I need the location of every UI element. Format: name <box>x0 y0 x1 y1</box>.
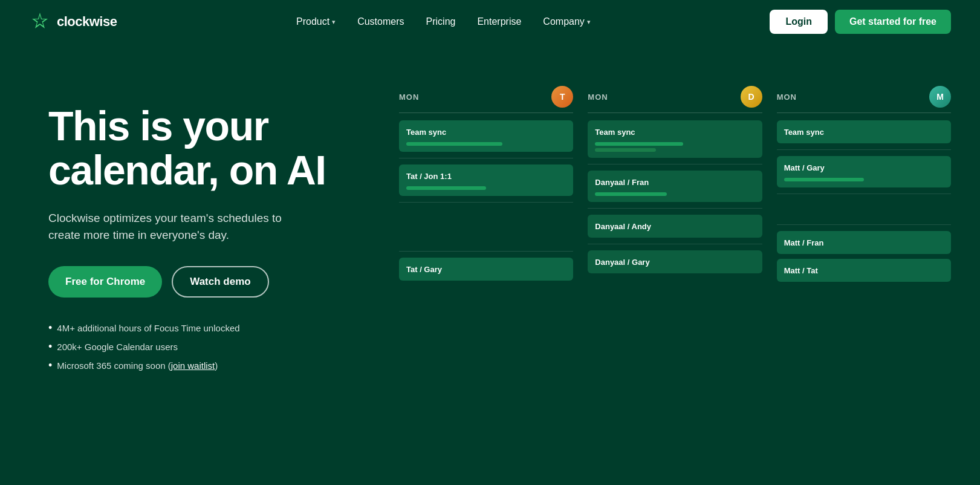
main-content: This is your calendar, on AI Clockwise o… <box>0 44 980 396</box>
event-label: Tat / Gary <box>406 265 442 274</box>
divider <box>588 244 762 244</box>
calendar-section: MON T Team sync Tat / Jon 1:1 Tat / Gary <box>399 80 951 285</box>
event-label: Tat / Jon 1:1 <box>406 172 452 181</box>
event-label: Team sync <box>595 128 635 137</box>
get-started-button[interactable]: Get started for free <box>835 10 951 34</box>
avatar-col3: M <box>929 86 951 108</box>
cal-event-team-sync-3: Team sync <box>777 120 951 143</box>
nav-enterprise[interactable]: Enterprise <box>469 11 530 32</box>
divider <box>588 164 762 164</box>
event-label: Matt / Gary <box>784 163 825 172</box>
cal-event-tat-gary: Tat / Gary <box>399 258 573 281</box>
divider <box>399 158 573 158</box>
logo[interactable]: clockwise <box>29 11 117 33</box>
divider <box>588 208 762 209</box>
cal-day-label-2: MON <box>588 93 608 102</box>
event-bar <box>595 192 667 196</box>
event-label: Matt / Fran <box>784 238 824 247</box>
nav-company[interactable]: Company ▾ <box>534 11 599 32</box>
nav-pricing[interactable]: Pricing <box>418 11 464 32</box>
event-bar <box>784 178 864 181</box>
cal-header-1: MON T <box>399 86 573 113</box>
company-chevron-icon: ▾ <box>587 18 591 26</box>
spacer <box>399 209 573 245</box>
cal-day-label-1: MON <box>399 93 419 102</box>
cal-event-matt-tat: Matt / Tat <box>777 259 951 282</box>
free-for-chrome-button[interactable]: Free for Chrome <box>48 266 162 298</box>
nav-links: Product ▾ Customers Pricing Enterprise C… <box>288 11 599 32</box>
watch-demo-button[interactable]: Watch demo <box>172 266 268 298</box>
nav-product[interactable]: Product ▾ <box>288 11 344 32</box>
event-sub-bar <box>595 148 655 152</box>
cal-event-team-sync-2: Team sync <box>588 120 762 158</box>
event-label: Danyaal / Gary <box>595 258 649 267</box>
clockwise-logo-icon <box>29 11 51 33</box>
cal-header-2: MON D <box>588 86 762 113</box>
hero-section: This is your calendar, on AI Clockwise o… <box>48 80 363 372</box>
cal-event-tat-jon: Tat / Jon 1:1 <box>399 164 573 196</box>
cal-day-label-3: MON <box>777 93 797 102</box>
cal-event-matt-fran: Matt / Fran <box>777 231 951 254</box>
cal-event-team-sync-1: Team sync <box>399 120 573 152</box>
join-waitlist-link[interactable]: join waitlist <box>171 360 215 371</box>
navbar: clockwise Product ▾ Customers Pricing En… <box>0 0 980 44</box>
spacer <box>777 200 951 218</box>
product-chevron-icon: ▾ <box>332 18 336 26</box>
event-label: Matt / Tat <box>784 266 818 275</box>
cal-event-matt-gary: Matt / Gary <box>777 156 951 187</box>
brand-name: clockwise <box>57 14 117 30</box>
divider <box>777 149 951 150</box>
event-bar <box>595 142 683 146</box>
nav-actions: Login Get started for free <box>770 10 951 34</box>
event-label: Team sync <box>784 128 824 137</box>
calendar-column-1: MON T Team sync Tat / Jon 1:1 Tat / Gary <box>399 86 573 285</box>
divider <box>399 202 573 203</box>
divider <box>399 251 573 252</box>
bullet-microsoft: Microsoft 365 coming soon (join waitlist… <box>48 359 363 372</box>
hero-buttons: Free for Chrome Watch demo <box>48 266 363 298</box>
event-label: Danyaal / Fran <box>595 178 649 187</box>
event-bar <box>406 186 486 190</box>
nav-customers[interactable]: Customers <box>349 11 412 32</box>
event-label: Team sync <box>406 128 446 137</box>
bullet-calendar-users: 200k+ Google Calendar users <box>48 340 363 353</box>
avatar-col2: D <box>741 86 762 108</box>
hero-subtitle: Clockwise optimizes your team's schedule… <box>48 210 290 244</box>
hero-bullets-list: 4M+ additional hours of Focus Time unloc… <box>48 322 363 372</box>
hero-title: This is your calendar, on AI <box>48 104 363 193</box>
avatar-col1: T <box>551 86 573 108</box>
cal-header-3: MON M <box>777 86 951 113</box>
calendar-column-2: MON D Team sync Danyaal / Fran Danyaal /… <box>588 86 762 285</box>
login-button[interactable]: Login <box>770 10 828 34</box>
event-label: Danyaal / Andy <box>595 222 651 231</box>
event-bar <box>406 142 502 146</box>
bullet-focus-time: 4M+ additional hours of Focus Time unloc… <box>48 322 363 334</box>
cal-event-danyaal-gary: Danyaal / Gary <box>588 250 762 273</box>
divider <box>777 194 951 194</box>
cal-event-danyaal-fran: Danyaal / Fran <box>588 171 762 202</box>
divider <box>777 224 951 225</box>
cal-event-danyaal-andy: Danyaal / Andy <box>588 215 762 238</box>
calendar-column-3: MON M Team sync Matt / Gary Matt / Fran <box>777 86 951 285</box>
